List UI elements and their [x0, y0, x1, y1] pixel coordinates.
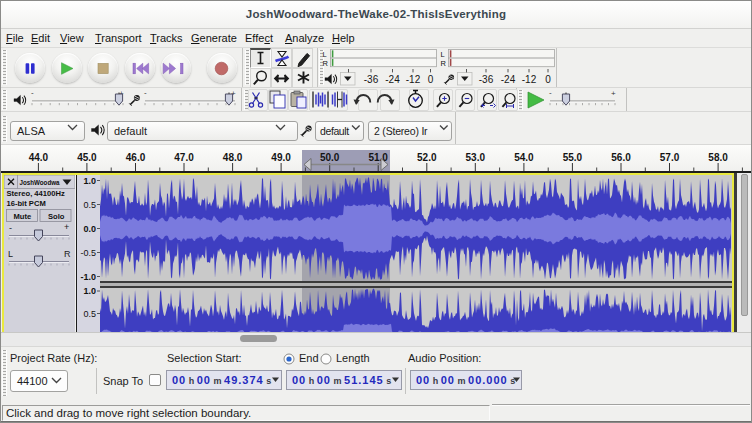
svg-text:54.0: 54.0: [514, 152, 534, 163]
svg-text:0.0: 0.0: [83, 224, 96, 234]
svg-text:58.0: 58.0: [708, 152, 728, 163]
svg-text:49.0: 49.0: [271, 152, 291, 163]
svg-text:0.5: 0.5: [83, 200, 96, 210]
svg-text:51.0: 51.0: [368, 152, 388, 163]
svg-text:Stereo, 44100Hz: Stereo, 44100Hz: [7, 189, 65, 198]
svg-text:Solo: Solo: [48, 212, 65, 221]
svg-text:50.0: 50.0: [320, 152, 340, 163]
svg-text:55.0: 55.0: [563, 152, 583, 163]
svg-text:56.0: 56.0: [611, 152, 631, 163]
svg-text:JoshWoodwa: JoshWoodwa: [20, 178, 61, 187]
svg-text:44.0: 44.0: [29, 152, 49, 163]
svg-text:53.0: 53.0: [466, 152, 486, 163]
svg-text:-1.0: -1.0: [80, 272, 96, 282]
svg-text:+: +: [64, 222, 69, 232]
svg-text:16-bit PCM: 16-bit PCM: [7, 199, 46, 208]
svg-text:Mute: Mute: [14, 212, 32, 221]
svg-text:R: R: [64, 249, 71, 259]
svg-text:48.0: 48.0: [223, 152, 243, 163]
svg-text:-: -: [9, 223, 12, 233]
svg-text:L: L: [8, 249, 13, 259]
svg-text:57.0: 57.0: [660, 152, 680, 163]
svg-text:1.0: 1.0: [83, 176, 96, 186]
svg-text:-0.5: -0.5: [80, 248, 96, 258]
svg-text:45.0: 45.0: [77, 152, 97, 163]
svg-text:47.0: 47.0: [174, 152, 194, 163]
svg-text:1.0: 1.0: [83, 286, 96, 296]
svg-text:46.0: 46.0: [126, 152, 146, 163]
svg-text:0.5: 0.5: [83, 309, 96, 319]
svg-text:52.0: 52.0: [417, 152, 437, 163]
